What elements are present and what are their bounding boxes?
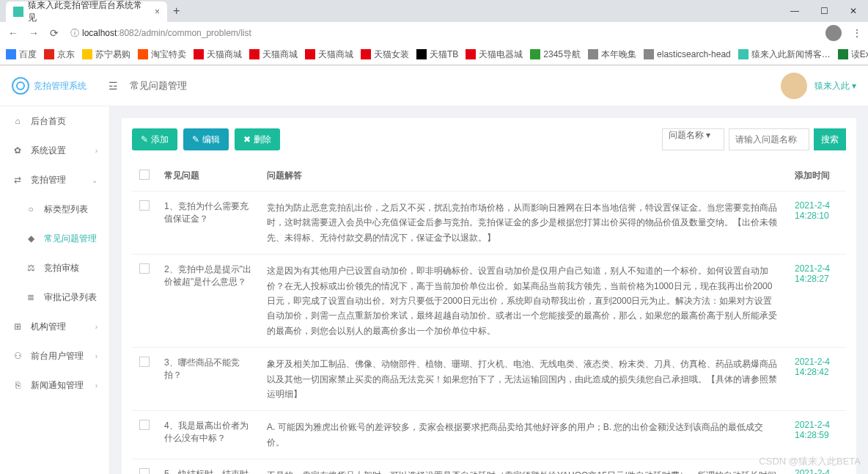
bookmark-favicon <box>361 49 371 59</box>
menu-icon: ⚇ <box>12 351 23 361</box>
bookmark-favicon <box>138 49 148 59</box>
row-checkbox[interactable] <box>139 468 150 474</box>
table-row: 5、快结标时，结束时间为什么自动延长，是不是卖家在搞鬼？不是的。卖家在将货品上架… <box>132 459 846 474</box>
cell-question: 2、竞拍中总是提示"出价被超"是什么意思？ <box>157 255 260 348</box>
bookmark-item[interactable]: 天猫商城 <box>249 48 298 61</box>
row-checkbox[interactable] <box>139 200 150 211</box>
bookmark-item[interactable]: 天猫女装 <box>361 48 409 61</box>
bookmark-item[interactable]: 天猫TB <box>416 48 458 61</box>
nav-forward-icon[interactable]: → <box>26 27 41 39</box>
bookmark-item[interactable]: 百度 <box>6 48 37 61</box>
chevron-icon: › <box>95 382 98 390</box>
window-close-icon[interactable]: ✕ <box>839 0 868 22</box>
bookmark-favicon <box>249 49 260 59</box>
sidebar-item[interactable]: ○标类型列表 <box>0 194 109 224</box>
sidebar-item[interactable]: ⚖竞拍审核 <box>0 253 109 282</box>
url-path: /admin/common_problem/list <box>139 28 251 38</box>
select-all-checkbox[interactable] <box>139 169 150 180</box>
bookmark-item[interactable]: 天猫电器城 <box>466 48 523 61</box>
col-question: 常见问题 <box>157 161 260 192</box>
bookmark-favicon <box>838 49 848 59</box>
cell-answer: 不是的。卖家在将货品上架时，可以选择设置是否自动延时（卖家须额外给YAHOO交1… <box>260 459 787 474</box>
url-port: :8082 <box>117 28 139 38</box>
menu-icon: ⎘ <box>12 380 23 390</box>
sidebar-toggle-icon[interactable]: ☲ <box>108 80 118 92</box>
bookmark-item[interactable]: 2345导航 <box>530 48 581 61</box>
filter-select[interactable]: 问题名称 ▾ <box>662 128 724 150</box>
search-input[interactable] <box>729 128 809 150</box>
cell-time: 2021-2-4 14:28:27 <box>787 255 846 348</box>
menu-icon: ⇄ <box>12 175 23 185</box>
row-checkbox[interactable] <box>139 420 150 430</box>
sidebar-item[interactable]: ⌂后台首页 <box>0 106 109 136</box>
sidebar-item[interactable]: ≣审批记录列表 <box>0 282 109 312</box>
chevron-icon: › <box>95 147 98 155</box>
bookmark-item[interactable]: 京东 <box>44 48 75 61</box>
bookmark-favicon <box>588 49 598 59</box>
bookmark-favicon <box>644 49 654 59</box>
chevron-icon: › <box>95 323 98 331</box>
menu-icon: ⊞ <box>12 321 23 332</box>
menu-icon: ≣ <box>25 292 37 302</box>
row-checkbox[interactable] <box>139 357 150 367</box>
bookmark-favicon <box>530 49 540 59</box>
bookmark-favicon <box>305 49 315 59</box>
add-button[interactable]: ✎ 添加 <box>132 128 177 150</box>
edit-button[interactable]: ✎ 编辑 <box>183 128 229 150</box>
bookmark-favicon <box>82 49 92 59</box>
sidebar-item[interactable]: ⎘新闻通知管理› <box>0 371 109 400</box>
sidebar-item[interactable]: ◆常见问题管理 <box>0 224 109 253</box>
nav-reload-icon[interactable]: ⟳ <box>47 27 62 39</box>
window-minimize-icon[interactable]: — <box>780 0 809 22</box>
nav-back-icon[interactable]: ← <box>6 27 21 39</box>
tab-close-icon[interactable]: × <box>155 7 160 17</box>
user-menu[interactable]: 猿来入此 ▾ <box>814 80 856 92</box>
bookmark-favicon <box>194 49 204 59</box>
app-logo[interactable]: 竞拍管理系统 <box>12 77 87 95</box>
cell-time: 2021-2-4 14:28:42 <box>787 348 846 411</box>
url-host: localhost <box>82 28 117 38</box>
cell-question: 3、哪些商品不能竞拍？ <box>157 348 260 411</box>
chevron-icon: › <box>95 352 98 360</box>
address-bar[interactable]: ⓘ localhost:8082/admin/common_problem/li… <box>70 27 251 40</box>
cell-answer: 这是因为有其他用户已设置自动加价，即非明确标价。设置自动加价是仅用户自己知道，别… <box>260 255 787 348</box>
delete-button[interactable]: ✖ 删除 <box>235 128 280 150</box>
sidebar-item[interactable]: ✿系统设置› <box>0 136 109 165</box>
bookmark-favicon <box>416 49 427 59</box>
bookmark-item[interactable]: 淘宝特卖 <box>138 48 186 61</box>
user-avatar[interactable] <box>781 73 807 99</box>
bookmark-item[interactable]: 天猫商城 <box>194 48 242 61</box>
table-row: 4、我是最高出价者为什么没有中标？A. 可能因为雅虎出价账号的差评较多，卖家会根… <box>132 411 846 459</box>
cell-answer: 竞拍为防止恶意竞拍乱出价，之后又不买，扰乱竞拍市场价格，从而影响日雅网在日本当地… <box>260 192 787 255</box>
bookmark-item[interactable]: elasticsearch-head <box>644 49 731 59</box>
bookmark-favicon <box>466 49 476 59</box>
col-time: 添加时间 <box>787 161 846 192</box>
menu-icon: ○ <box>25 204 37 214</box>
row-checkbox[interactable] <box>139 263 150 274</box>
bookmark-item[interactable]: 猿来入此新闻博客… <box>738 48 831 61</box>
col-answer: 问题解答 <box>260 161 787 192</box>
menu-icon: ◆ <box>25 233 37 244</box>
new-tab-button[interactable]: + <box>173 4 180 18</box>
table-row: 3、哪些商品不能竞拍？象牙及相关加工制品、佛像、动物部件、植物、珊瑚、打火机、电… <box>132 348 846 411</box>
bookmark-item[interactable]: 苏宁易购 <box>82 48 130 61</box>
cell-time: 2021-2-4 14:28:59 <box>787 411 846 459</box>
sidebar-item[interactable]: ⊞机构管理› <box>0 312 109 341</box>
site-info-icon[interactable]: ⓘ <box>70 27 79 40</box>
bookmark-item[interactable]: 读Excel - 通普 <box>838 48 868 61</box>
bookmark-item[interactable]: 天猫商城 <box>305 48 353 61</box>
table-row: 1、竞拍为什么需要充值保证金？竞拍为防止恶意竞拍乱出价，之后又不买，扰乱竞拍市场… <box>132 192 846 255</box>
logo-icon <box>12 77 29 95</box>
bookmark-item[interactable]: 本年晚集 <box>588 48 636 61</box>
watermark: CSDN @猿来入此BETA <box>759 455 861 468</box>
window-maximize-icon[interactable]: ☐ <box>809 0 839 22</box>
browser-tab[interactable]: 猿来入此竞拍管理后台系统常见 × <box>6 1 167 22</box>
sidebar-item[interactable]: ⇄竞拍管理⌄ <box>0 165 109 194</box>
tab-title: 猿来入此竞拍管理后台系统常见 <box>28 0 149 24</box>
browser-menu-icon[interactable]: ⋮ <box>852 27 862 39</box>
profile-avatar-icon[interactable] <box>825 25 842 41</box>
cell-answer: 象牙及相关加工制品、佛像、动物部件、植物、珊瑚、打火机、电池、无线电类、液态类、… <box>260 348 787 411</box>
search-button[interactable]: 搜索 <box>814 128 846 150</box>
bookmark-favicon <box>6 49 16 59</box>
sidebar-item[interactable]: ⚇前台用户管理› <box>0 341 109 371</box>
